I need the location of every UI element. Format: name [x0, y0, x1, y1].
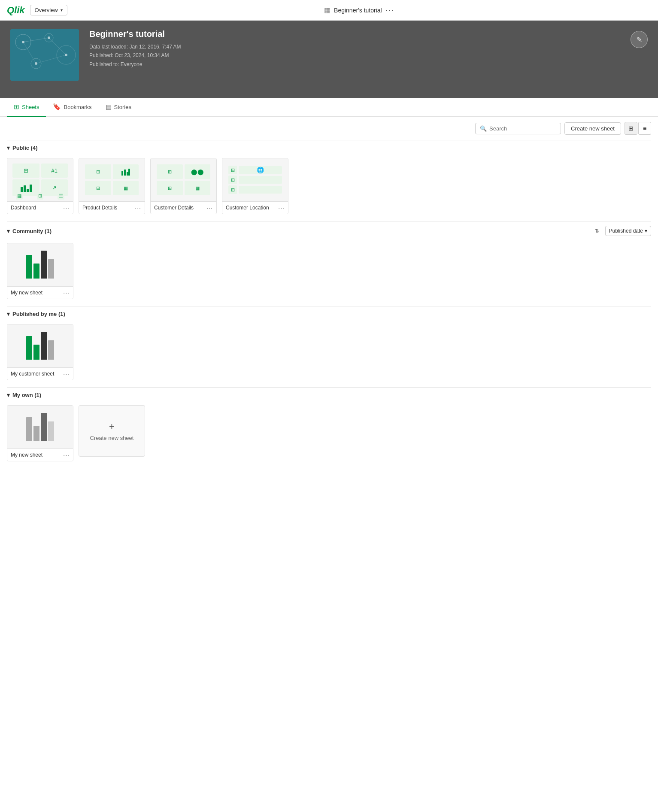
edit-button[interactable]: ✎ — [631, 31, 648, 48]
bookmarks-tab-label: Bookmarks — [64, 104, 91, 110]
qlik-logo: Qlik — [7, 5, 25, 16]
svg-point-9 — [22, 41, 24, 43]
grid-view-button[interactable]: ⊞ — [625, 122, 637, 135]
public-sheets-grid: ⊞ #1 ↗ ▦ ⊞ ☰ Dashboard ··· — [7, 155, 651, 221]
dashboard-footer: Dashboard ··· — [7, 201, 73, 214]
customer-details-name: Customer Details — [154, 205, 194, 211]
published-by-me-label: Published by me (1) — [12, 311, 65, 317]
overview-label: Overview — [35, 7, 58, 13]
bookmarks-tab-icon: 🔖 — [53, 103, 61, 111]
svg-rect-18 — [124, 170, 126, 176]
chevron-down-icon: ▾ — [61, 8, 63, 12]
main-content: 🔍 Create new sheet ⊞ ≡ ▾ Public (4) ⊞ #1 — [0, 117, 658, 479]
community-section-header[interactable]: ▾ Community (1) ⇅ Published date ▾ — [7, 221, 651, 239]
view-toggle: ⊞ ≡ — [625, 122, 651, 135]
sort-label: Published date — [609, 228, 643, 234]
svg-point-10 — [48, 36, 50, 39]
sheet-card-customer-details[interactable]: ⊞ ⬤⬤ ⊞ ▦ Customer Details ··· — [150, 158, 217, 214]
sheet-card-my-new-sheet-own[interactable]: My new sheet ··· — [7, 405, 73, 461]
loc-row-2: ⊞ — [228, 176, 282, 184]
my-customer-sheet-menu-button[interactable]: ··· — [63, 370, 70, 377]
dashboard-thumbnail: ⊞ #1 ↗ ▦ ⊞ ☰ — [7, 158, 73, 201]
community-sheets-grid: My new sheet ··· — [7, 239, 651, 306]
sheet-card-my-new-sheet-community[interactable]: My new sheet ··· — [7, 243, 73, 299]
published-by-me-title: ▾ Published by me (1) — [7, 311, 65, 317]
my-own-grid: My new sheet ··· + Create new sheet — [7, 402, 651, 468]
overview-dropdown[interactable]: Overview ▾ — [30, 5, 67, 15]
my-own-section-header[interactable]: ▾ My own (1) — [7, 387, 651, 402]
product-details-menu-button[interactable]: ··· — [135, 204, 141, 211]
app-header: Beginner's tutorial Data last loaded: Ja… — [0, 21, 658, 98]
my-new-sheet-own-footer: My new sheet ··· — [7, 448, 73, 461]
search-box[interactable]: 🔍 — [475, 123, 561, 134]
my-new-sheet-own-thumbnail — [7, 406, 73, 448]
published-text: Published: Oct 23, 2024, 10:34 AM — [89, 51, 620, 60]
my-new-sheet-own-name: My new sheet — [11, 452, 42, 458]
published-date-dropdown[interactable]: Published date ▾ — [605, 226, 651, 236]
published-by-me-section-header[interactable]: ▾ Published by me (1) — [7, 306, 651, 321]
sheets-toolbar: 🔍 Create new sheet ⊞ ≡ — [7, 117, 651, 140]
search-icon: 🔍 — [480, 125, 487, 132]
sort-icon: ⇅ — [595, 228, 599, 234]
customer-location-footer: Customer Location ··· — [222, 201, 288, 214]
svg-rect-13 — [21, 187, 23, 192]
create-new-label: Create new sheet — [90, 435, 134, 441]
loc-icon-3: ⊞ — [228, 185, 237, 194]
app-thumbnail — [10, 29, 79, 81]
tabs-bar: ⊞ Sheets 🔖 Bookmarks ▤ Stories — [0, 98, 658, 117]
sheet-card-my-customer-sheet[interactable]: My customer sheet ··· — [7, 324, 73, 380]
my-customer-sheet-footer: My customer sheet ··· — [7, 367, 73, 380]
svg-point-11 — [65, 54, 67, 56]
loc-icon-2: ⊞ — [228, 176, 237, 184]
sort-button[interactable]: ⇅ — [592, 226, 602, 236]
customer-details-menu-button[interactable]: ··· — [206, 204, 213, 211]
customer-details-footer: Customer Details ··· — [151, 201, 216, 214]
public-label: Public (4) — [12, 145, 38, 151]
customer-location-menu-button[interactable]: ··· — [278, 204, 285, 211]
customer-location-thumbnail: ⊞ 🌐 ⊞ ⊞ — [222, 158, 288, 201]
svg-rect-16 — [30, 185, 32, 192]
my-customer-sheet-thumbnail — [7, 324, 73, 367]
app-more-menu[interactable]: ··· — [385, 6, 394, 15]
my-new-sheet-community-thumbnail — [7, 243, 73, 286]
community-collapse-icon: ▾ — [7, 228, 10, 234]
tab-stories[interactable]: ▤ Stories — [99, 98, 138, 117]
create-sheet-button[interactable]: Create new sheet — [564, 122, 621, 135]
loc-icon-1: ⊞ — [228, 166, 237, 174]
sheet-card-product-details[interactable]: ⊞ ⊞ ▦ Product Details ··· — [79, 158, 145, 214]
customer-details-thumbnail: ⊞ ⬤⬤ ⊞ ▦ — [151, 158, 216, 201]
dashboard-name: Dashboard — [11, 205, 36, 211]
published-by-me-grid: My customer sheet ··· — [7, 321, 651, 387]
community-label: Community (1) — [12, 228, 52, 234]
tab-sheets[interactable]: ⊞ Sheets — [7, 98, 46, 117]
app-icon: ▦ — [324, 6, 331, 14]
my-new-sheet-community-menu-button[interactable]: ··· — [63, 289, 70, 296]
create-plus-icon: + — [109, 421, 115, 432]
my-own-title: ▾ My own (1) — [7, 392, 41, 398]
data-loaded-text: Data last loaded: Jan 12, 2016, 7:47 AM — [89, 42, 620, 51]
svg-rect-14 — [24, 185, 26, 192]
sheet-card-customer-location[interactable]: ⊞ 🌐 ⊞ ⊞ Customer Location ··· — [222, 158, 288, 214]
my-own-label: My own (1) — [12, 392, 41, 398]
product-details-footer: Product Details ··· — [79, 201, 145, 214]
sheet-card-dashboard[interactable]: ⊞ #1 ↗ ▦ ⊞ ☰ Dashboard ··· — [7, 158, 73, 214]
customer-location-name: Customer Location — [226, 205, 269, 211]
app-info: Beginner's tutorial Data last loaded: Ja… — [89, 29, 620, 69]
stories-tab-icon: ▤ — [106, 103, 112, 111]
public-section-header[interactable]: ▾ Public (4) — [7, 140, 651, 155]
svg-rect-20 — [128, 169, 130, 176]
community-section-title: ▾ Community (1) — [7, 228, 52, 234]
dashboard-menu-button[interactable]: ··· — [63, 204, 70, 211]
create-new-sheet-card[interactable]: + Create new sheet — [79, 405, 145, 457]
tab-bookmarks[interactable]: 🔖 Bookmarks — [46, 98, 98, 117]
svg-rect-19 — [127, 172, 128, 176]
thumb-cell-1: ⊞ — [12, 164, 39, 178]
nav-center: ▦ Beginner's tutorial ··· — [67, 6, 651, 15]
search-input[interactable] — [489, 125, 556, 132]
my-new-sheet-own-menu-button[interactable]: ··· — [63, 451, 70, 458]
list-view-button[interactable]: ≡ — [638, 122, 651, 135]
svg-rect-17 — [121, 171, 123, 176]
sheets-tab-icon: ⊞ — [14, 103, 19, 111]
thumb-cell-2: #1 — [41, 164, 68, 178]
my-own-collapse-icon: ▾ — [7, 392, 10, 398]
